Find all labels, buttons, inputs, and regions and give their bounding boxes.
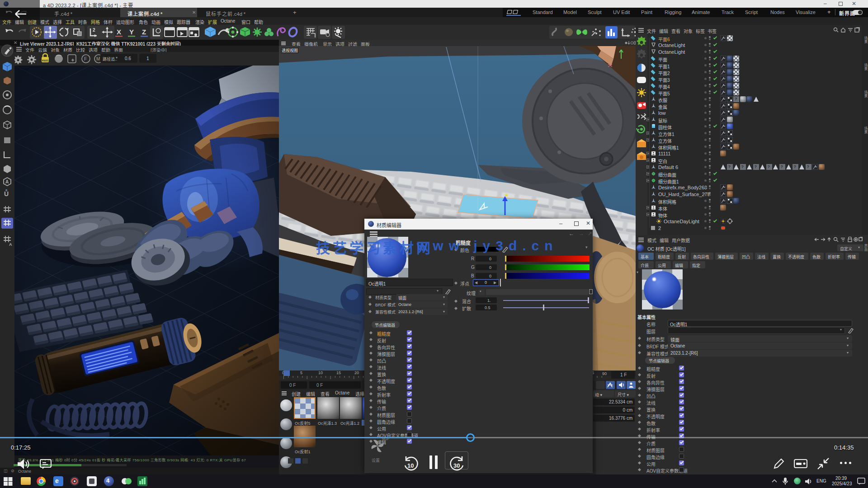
svg-text:Z: Z	[142, 28, 146, 36]
svg-text:Y: Y	[129, 28, 134, 36]
svg-text:30: 30	[453, 462, 460, 469]
svg-text:2: 2	[93, 28, 95, 33]
svg-text:F: F	[84, 56, 87, 61]
svg-text:M: M	[96, 56, 100, 61]
svg-text:Ů: Ů	[4, 189, 9, 197]
svg-text:10: 10	[407, 462, 414, 469]
svg-text:X: X	[117, 28, 121, 36]
svg-text:A: A	[5, 179, 9, 184]
svg-text:K921: K921	[42, 59, 49, 62]
svg-text:A: A	[9, 242, 12, 247]
